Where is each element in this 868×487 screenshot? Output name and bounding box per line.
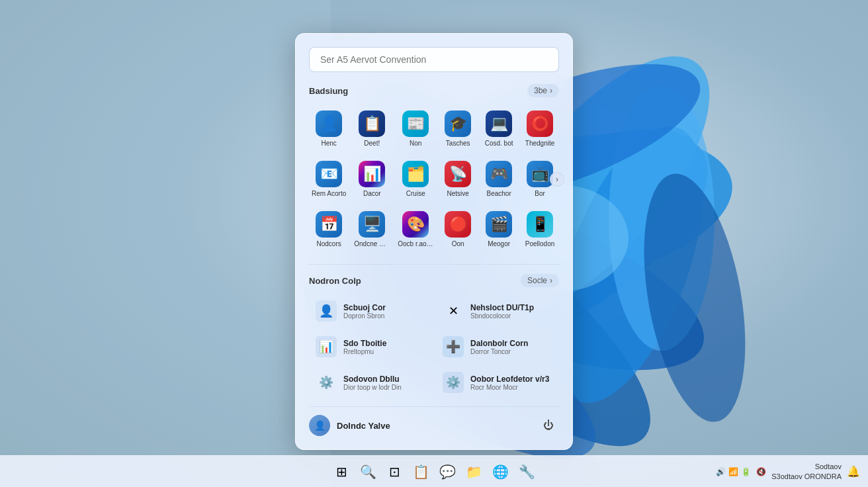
recommended-section: Nodron Colp Socle › 👤 Scbuoj Cor Dopron … <box>309 264 559 398</box>
recommended-chevron-icon: › <box>550 276 552 285</box>
recent-sub-rec6: Rocr Moor Mocr <box>470 384 552 391</box>
recent-item-rec4[interactable]: ➕ Dalonbolr Corn Dorror Toncor <box>436 331 559 363</box>
network-icon[interactable]: 📶 <box>728 467 738 476</box>
scroll-right-arrow[interactable]: › <box>550 172 564 187</box>
app-label-app14: Ondcne Bcin <box>354 240 390 248</box>
taskbar-icon-tb3[interactable]: ⊡ <box>382 460 406 484</box>
pinned-chevron-icon: › <box>550 86 552 95</box>
recent-icon-rec3: 📊 <box>316 336 337 357</box>
app-icon-app16: 🔴 <box>445 211 471 238</box>
pinned-app-app11[interactable]: 🎮 Beachor <box>480 155 518 203</box>
pinned-app-app15[interactable]: 🎨 Oocb r.aosta <box>395 206 436 253</box>
app-label-app8: Dacor <box>363 190 381 198</box>
app-icon-app9: 🗂️ <box>402 161 429 187</box>
recent-sub-rec5: Dior toop w lodr Din <box>343 384 425 391</box>
pinned-app-app4[interactable]: 🎓 Tasches <box>439 105 477 153</box>
taskbar-icon-tb6[interactable]: 📁 <box>462 460 486 484</box>
recent-icon-rec2: ✕ <box>443 300 464 322</box>
recommended-title: Nodron Colp <box>309 276 361 286</box>
app-icon-app13: 📅 <box>316 211 342 238</box>
app-label-app6: Thedgnite <box>525 140 554 148</box>
pinned-app-app6[interactable]: ⭕ Thedgnite <box>521 105 559 153</box>
recent-item-rec6[interactable]: ⚙️ Oobor Leofdetor v/r3 Rocr Moor Mocr <box>436 367 559 398</box>
recent-icon-rec1: 👤 <box>316 300 337 322</box>
taskbar-icon-tb1[interactable]: ⊞ <box>329 460 353 484</box>
recent-text-rec2: Nehsloct DU/T1p Sbndocolocor <box>470 303 552 320</box>
app-icon-app1: 👤 <box>316 111 342 137</box>
pinned-app-app13[interactable]: 📅 Nodcors <box>309 206 349 253</box>
taskbar-icon-tb7[interactable]: 🌐 <box>488 460 512 484</box>
recent-item-rec2[interactable]: ✕ Nehsloct DU/T1p Sbndocolocor <box>436 295 559 327</box>
pinned-more-button[interactable]: 3be › <box>527 84 559 97</box>
recent-name-rec5: Sodovon Dbllu <box>343 375 425 384</box>
app-label-app13: Nodcors <box>317 240 341 248</box>
svg-rect-13 <box>0 0 331 487</box>
desktop: Badsiung 3be › 👤 Henc 📋 Deet! 📰 Non 🎓 Ta… <box>0 0 868 487</box>
app-icon-app7: 📧 <box>316 161 342 187</box>
volume-icon[interactable]: 🔊 <box>716 467 726 476</box>
recommended-more-label: Socle <box>527 276 547 285</box>
app-label-app12: Bor <box>535 190 545 198</box>
app-icon-app17: 🎬 <box>486 211 512 238</box>
user-name: Dolndc Yalve <box>337 421 390 431</box>
recent-sub-rec3: Rreltopmu <box>343 348 425 355</box>
app-icon-app14: 🖥️ <box>359 211 385 238</box>
recent-item-rec1[interactable]: 👤 Scbuoj Cor Dopron Sbron <box>309 295 432 327</box>
recent-name-rec2: Nehsloct DU/T1p <box>470 303 552 312</box>
app-label-app1: Henc <box>321 140 336 148</box>
recent-name-rec4: Dalonbolr Corn <box>470 339 552 348</box>
taskbar-sys-icons: 🔊 📶 🔋 <box>716 467 751 476</box>
app-icon-app8: 📊 <box>359 161 385 187</box>
pinned-app-app17[interactable]: 🎬 Meogor <box>480 206 518 253</box>
recent-icon-rec5: ⚙️ <box>316 372 337 393</box>
taskbar-icon-tb4[interactable]: 📋 <box>409 460 433 484</box>
app-icon-app12: 📺 <box>527 161 553 187</box>
app-icon-app18: 📱 <box>527 211 553 238</box>
pinned-more-label: 3be <box>534 86 547 95</box>
user-profile[interactable]: 👤 Dolndc Yalve <box>309 415 390 436</box>
recent-items-grid: 👤 Scbuoj Cor Dopron Sbron ✕ Nehsloct DU/… <box>309 295 559 398</box>
recent-item-rec5[interactable]: ⚙️ Sodovon Dbllu Dior toop w lodr Din <box>309 367 432 398</box>
taskbar-icon-tb5[interactable]: 💬 <box>435 460 459 484</box>
taskbar-icon-tb2[interactable]: 🔍 <box>356 460 380 484</box>
speaker-icon: 🔇 <box>756 467 766 476</box>
pinned-app-app8[interactable]: 📊 Dacor <box>351 155 392 203</box>
taskbar-time-label: Sodtaov <box>771 462 842 471</box>
pinned-app-app9[interactable]: 🗂️ Cruise <box>395 155 436 203</box>
pinned-app-app3[interactable]: 📰 Non <box>395 105 436 153</box>
pinned-app-app14[interactable]: 🖥️ Ondcne Bcin <box>351 206 392 253</box>
recent-text-rec3: Sdo Tboitie Rreltopmu <box>343 339 425 355</box>
recent-text-rec1: Scbuoj Cor Dopron Sbron <box>343 303 425 320</box>
app-label-app9: Cruise <box>406 190 425 198</box>
notification-bell[interactable]: 🔔 <box>847 465 860 478</box>
start-menu: Badsiung 3be › 👤 Henc 📋 Deet! 📰 Non 🎓 Ta… <box>295 33 573 450</box>
pinned-app-app18[interactable]: 📱 Poellodon <box>521 206 559 253</box>
power-icon: ⏻ <box>543 420 554 431</box>
app-label-app15: Oocb r.aosta <box>398 240 433 248</box>
recommended-section-header: Nodron Colp Socle › <box>309 274 559 287</box>
battery-icon[interactable]: 🔋 <box>741 467 751 476</box>
recent-icon-rec4: ➕ <box>443 336 464 357</box>
recommended-more-button[interactable]: Socle › <box>521 274 559 287</box>
app-label-app7: Rem Acorto <box>312 190 346 198</box>
recent-text-rec6: Oobor Leofdetor v/r3 Rocr Moor Mocr <box>470 375 552 391</box>
app-label-app3: Non <box>410 140 421 148</box>
power-button[interactable]: ⏻ <box>538 415 559 436</box>
pinned-app-app2[interactable]: 📋 Deet! <box>351 105 392 153</box>
pinned-app-app1[interactable]: 👤 Henc <box>309 105 349 153</box>
recent-item-rec3[interactable]: 📊 Sdo Tboitie Rreltopmu <box>309 331 432 363</box>
app-icon-app5: 💻 <box>486 111 512 137</box>
pinned-app-app5[interactable]: 💻 Cosd. bot <box>480 105 518 153</box>
pinned-app-app16[interactable]: 🔴 Oon <box>439 206 477 253</box>
recent-text-rec5: Sodovon Dbllu Dior toop w lodr Din <box>343 375 425 391</box>
app-label-app4: Tasches <box>446 140 470 148</box>
recent-name-rec3: Sdo Tboitie <box>343 339 425 348</box>
pinned-app-app10[interactable]: 📡 Netsive <box>439 155 477 203</box>
taskbar-icon-tb8[interactable]: 🔧 <box>515 460 539 484</box>
taskbar-clock[interactable]: Sodtaov S3odtaov ORONDRA <box>771 462 842 481</box>
pinned-app-app7[interactable]: 📧 Rem Acorto <box>309 155 349 203</box>
app-icon-app15: 🎨 <box>402 211 429 238</box>
recent-sub-rec1: Dopron Sbron <box>343 312 425 320</box>
notification-area: 🔇 <box>756 467 766 476</box>
search-input[interactable] <box>309 47 559 72</box>
